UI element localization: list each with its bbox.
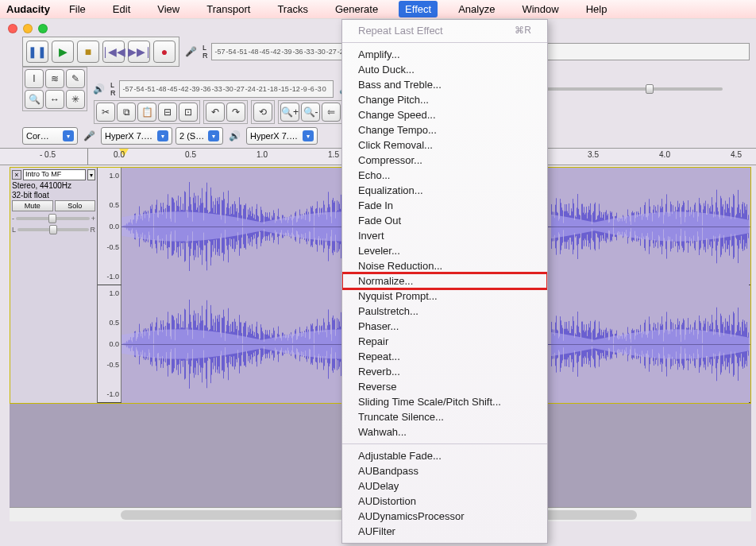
menu-item-noise-reduction[interactable]: Noise Reduction... — [342, 258, 547, 273]
zoom-out-button[interactable]: 🔍- — [301, 103, 320, 122]
skip-start-button[interactable]: ∣◀◀ — [102, 41, 125, 63]
transport-controls: ❚❚ ▶ ■ ∣◀◀ ▶▶∣ ● — [22, 37, 179, 67]
menu-item-equalization[interactable]: Equalization... — [342, 183, 547, 198]
pan-l-label: L — [12, 226, 16, 234]
menu-help[interactable]: Help — [580, 1, 614, 17]
meter-tick: -21 — [256, 85, 267, 93]
silence-button[interactable]: ⊡ — [179, 103, 198, 122]
menu-generate[interactable]: Generate — [329, 1, 384, 17]
menu-item-normalize[interactable]: Normalize... — [342, 273, 547, 288]
meter-tick: -45 — [260, 48, 270, 56]
menu-transport[interactable]: Transport — [200, 1, 256, 17]
menu-item-auto-duck[interactable]: Auto Duck... — [342, 62, 547, 77]
cut-button[interactable]: ✂ — [96, 103, 115, 122]
recording-device-combo[interactable]: HyperX 7.…▾ — [101, 127, 172, 145]
menu-item-paulstretch[interactable]: Paulstretch... — [342, 304, 547, 319]
pause-button[interactable]: ❚❚ — [26, 41, 48, 63]
menu-item-phaser[interactable]: Phaser... — [342, 319, 547, 334]
menu-item-audistortion[interactable]: AUDistortion — [342, 494, 547, 509]
menu-item-audelay[interactable]: AUDelay — [342, 478, 547, 494]
undo-button[interactable]: ↶ — [206, 103, 225, 122]
solo-button[interactable]: Solo — [55, 200, 96, 211]
meter-tick: -57 — [123, 85, 133, 93]
zoom-in-button[interactable]: 🔍+ — [280, 103, 299, 122]
menu-item-amplify[interactable]: Amplify... — [342, 47, 547, 62]
meter-tick: -9 — [301, 85, 307, 93]
draw-tool[interactable]: ✎ — [66, 69, 85, 88]
playback-device-combo[interactable]: HyperX 7.…▾ — [246, 127, 318, 145]
menu-item-click-removal[interactable]: Click Removal... — [342, 137, 547, 153]
record-button[interactable]: ● — [153, 41, 176, 63]
menu-item-wahwah[interactable]: Wahwah... — [342, 424, 547, 440]
play-button[interactable]: ▶ — [52, 41, 74, 63]
zoom-window-button[interactable] — [38, 24, 48, 33]
gain-slider[interactable] — [16, 217, 90, 220]
menu-view[interactable]: View — [151, 1, 186, 17]
fit-selection-button[interactable]: ⥢ — [322, 103, 341, 122]
redo-button[interactable]: ↷ — [226, 103, 245, 122]
spk-lr-label: LR — [110, 81, 116, 97]
ruler-tick: 4.5 — [731, 150, 742, 159]
track-name-field[interactable]: Intro To MF — [23, 169, 86, 180]
edit-toolbar: ✂ ⧉ 📋 ⊟ ⊡ — [94, 100, 200, 124]
menu-item-bass-and-treble[interactable]: Bass and Treble... — [342, 77, 547, 92]
menu-window[interactable]: Window — [515, 1, 565, 17]
menu-item-compressor[interactable]: Compressor... — [342, 153, 547, 168]
menu-item-aufilter[interactable]: AUFilter — [342, 524, 547, 539]
menu-item-fade-in[interactable]: Fade In — [342, 198, 547, 213]
menu-item-echo[interactable]: Echo... — [342, 168, 547, 183]
meter-tick: -3 — [315, 85, 322, 93]
menu-item-repair[interactable]: Repair — [342, 334, 547, 349]
stop-button[interactable]: ■ — [77, 41, 99, 63]
recording-channels-combo[interactable]: 2 (S…▾ — [176, 127, 223, 145]
zoom-tool[interactable]: 🔍 — [25, 90, 44, 109]
mic-icon-2: 🎤 — [81, 130, 98, 141]
track-control-panel: × Intro To MF ▾ Stereo, 44100Hz 32-bit f… — [10, 168, 98, 403]
track-format-line2: 32-bit float — [12, 191, 95, 199]
menu-item-reverb[interactable]: Reverb... — [342, 364, 547, 379]
vertical-axis-left: 1.00.50.0-0.5-1.0 — [98, 168, 122, 285]
menu-item-change-speed[interactable]: Change Speed... — [342, 107, 547, 122]
menu-item-augraphiceq[interactable]: AUGraphicEQ — [342, 539, 547, 544]
copy-button[interactable]: ⧉ — [117, 103, 136, 122]
menu-file[interactable]: File — [63, 1, 92, 17]
track-menu-button[interactable]: ▾ — [87, 169, 95, 180]
menu-item-change-pitch[interactable]: Change Pitch... — [342, 92, 547, 107]
multi-tool[interactable]: ✳ — [66, 90, 85, 109]
menu-tracks[interactable]: Tracks — [271, 1, 314, 17]
paste-button[interactable]: 📋 — [137, 103, 156, 122]
selection-tool[interactable]: I — [25, 69, 44, 88]
menu-analyze[interactable]: Analyze — [452, 1, 501, 17]
timeshift-tool[interactable]: ↔ — [45, 90, 64, 109]
meter-tick: -48 — [249, 48, 259, 56]
menu-item-nyquist-prompt[interactable]: Nyquist Prompt... — [342, 288, 547, 304]
menu-item-leveler[interactable]: Leveler... — [342, 243, 547, 258]
skip-end-button[interactable]: ▶▶∣ — [128, 41, 150, 63]
pan-slider[interactable] — [17, 228, 88, 231]
menu-item-invert[interactable]: Invert — [342, 228, 547, 243]
sync-lock-button[interactable]: ⟲ — [253, 103, 272, 122]
mute-button[interactable]: Mute — [12, 200, 53, 211]
close-window-button[interactable] — [8, 24, 17, 33]
menu-edit[interactable]: Edit — [106, 1, 137, 17]
minimize-window-button[interactable] — [23, 24, 33, 33]
menu-item-adjustable-fade[interactable]: Adjustable Fade... — [342, 448, 547, 463]
menu-item-fade-out[interactable]: Fade Out — [342, 213, 547, 228]
trim-button[interactable]: ⊟ — [158, 103, 177, 122]
menu-item-audynamicsprocessor[interactable]: AUDynamicsProcessor — [342, 509, 547, 524]
menu-item-reverse[interactable]: Reverse — [342, 379, 547, 394]
axis-label: -0.5 — [106, 243, 119, 251]
menu-item-sliding-time-scale-pitch-shift[interactable]: Sliding Time Scale/Pitch Shift... — [342, 394, 547, 409]
menu-item-change-tempo[interactable]: Change Tempo... — [342, 122, 547, 137]
meter-tick: -27 — [326, 48, 337, 56]
ruler-tick: 0.0 — [114, 150, 125, 159]
menu-item-aubandpass[interactable]: AUBandpass — [342, 463, 547, 478]
menu-separator — [342, 42, 547, 43]
menu-item-repeat[interactable]: Repeat... — [342, 349, 547, 364]
audio-host-combo[interactable]: Cor…▾ — [22, 127, 78, 145]
track-close-button[interactable]: × — [12, 170, 21, 180]
menu-item-truncate-silence[interactable]: Truncate Silence... — [342, 409, 547, 424]
menu-effect[interactable]: Effect — [399, 1, 438, 17]
envelope-tool[interactable]: ≋ — [45, 69, 64, 88]
playback-meter[interactable]: -57-54-51-48-45-42-39-36-33-30-27-24-21-… — [119, 80, 334, 98]
